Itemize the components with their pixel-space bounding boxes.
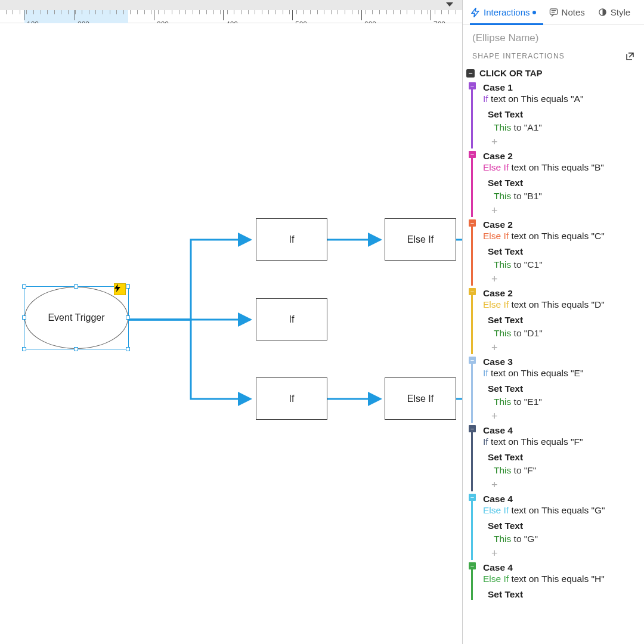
case-block[interactable]: −Case 2Else If text on This equals "C"Se… xyxy=(463,219,644,286)
shape-box-if-2[interactable]: If xyxy=(256,298,327,340)
case-action-detail[interactable]: This to "C1" xyxy=(479,259,636,270)
panel-collapse-triangle[interactable] xyxy=(446,2,453,7)
inspector-tabs: Interactions Notes Style xyxy=(463,0,644,25)
cases-list: −Case 1If text on This equals "A"Set Tex… xyxy=(463,82,644,600)
widget-name-input[interactable]: (Ellipse Name) xyxy=(463,25,644,50)
case-condition[interactable]: If text on This equals "A" xyxy=(479,94,636,104)
case-collapse-icon[interactable]: − xyxy=(469,425,476,432)
ruler-tick xyxy=(82,10,82,14)
ruler-tick xyxy=(448,10,449,14)
case-action[interactable]: Set Text xyxy=(479,383,636,394)
case-collapse-icon[interactable]: − xyxy=(469,494,476,501)
ruler-tick xyxy=(13,10,13,14)
ruler-tick-major xyxy=(223,10,224,20)
case-collapse-icon[interactable]: − xyxy=(469,288,476,295)
ruler-tick xyxy=(193,10,193,14)
ruler-tick xyxy=(6,10,7,14)
interactions-section-header: SHAPE INTERACTIONS xyxy=(463,50,644,66)
ruler-tick xyxy=(338,10,338,14)
case-block[interactable]: −Case 4Else If text on This equals "H"Se… xyxy=(463,562,644,600)
case-action-detail[interactable]: This to "E1" xyxy=(479,397,636,407)
case-block[interactable]: −Case 4If text on This equals "F"Set Tex… xyxy=(463,425,644,491)
add-action-button[interactable]: + xyxy=(479,205,636,217)
case-action[interactable]: Set Text xyxy=(479,452,636,463)
case-block[interactable]: −Case 4Else If text on This equals "G"Se… xyxy=(463,493,644,560)
case-collapse-icon[interactable]: − xyxy=(469,357,476,364)
tab-interactions[interactable]: Interactions xyxy=(471,0,536,24)
add-action-button[interactable]: + xyxy=(479,136,636,148)
case-action-detail[interactable]: This to "G" xyxy=(479,534,636,544)
note-icon xyxy=(549,8,558,17)
case-condition[interactable]: Else If text on This equals "H" xyxy=(479,574,636,584)
ruler-tick xyxy=(366,10,366,14)
ruler-horizontal[interactable]: 100200300400500600700 xyxy=(0,10,462,23)
interaction-badge-icon[interactable] xyxy=(114,283,126,295)
case-collapse-icon[interactable]: − xyxy=(469,219,476,227)
ruler-tick xyxy=(310,10,311,14)
case-block[interactable]: −Case 2Else If text on This equals "D"Se… xyxy=(463,287,644,354)
case-action[interactable]: Set Text xyxy=(479,246,636,257)
ruler-tick xyxy=(248,10,249,14)
case-action-detail[interactable]: This to "A1" xyxy=(479,122,636,133)
popout-icon[interactable] xyxy=(625,51,634,61)
case-condition[interactable]: If text on This equals "E" xyxy=(479,368,636,379)
case-color-bar xyxy=(471,83,473,148)
case-title: Case 2 xyxy=(479,219,636,230)
resize-handle-w[interactable] xyxy=(22,315,26,320)
shape-box-elseif-3[interactable]: Else If xyxy=(385,377,456,420)
shape-box-if-1[interactable]: If xyxy=(256,218,327,261)
case-condition[interactable]: Else If text on This equals "D" xyxy=(479,299,636,310)
add-action-button[interactable]: + xyxy=(479,479,636,491)
ruler-tick xyxy=(268,10,269,14)
case-action[interactable]: Set Text xyxy=(479,521,636,531)
collapse-icon[interactable]: − xyxy=(466,69,475,78)
shape-box-elseif-1[interactable]: Else If xyxy=(385,218,456,261)
case-action[interactable]: Set Text xyxy=(479,178,636,188)
shape-box-if-3[interactable]: If xyxy=(256,377,327,420)
tab-style[interactable]: Style xyxy=(598,0,630,24)
case-action-detail[interactable]: This to "D1" xyxy=(479,328,636,339)
case-action[interactable]: Set Text xyxy=(479,109,636,120)
case-action-detail[interactable]: This to "F" xyxy=(479,465,636,476)
case-condition[interactable]: Else If text on This equals "C" xyxy=(479,231,636,242)
ruler-tick xyxy=(289,10,290,14)
ruler-tick xyxy=(68,10,69,14)
ruler-tick xyxy=(110,10,110,14)
add-action-button[interactable]: + xyxy=(479,547,636,560)
case-title: Case 4 xyxy=(479,494,636,504)
case-condition[interactable]: Else If text on This equals "B" xyxy=(479,162,636,173)
inspector-panel: Interactions Notes Style (Ellipse Name) … xyxy=(462,0,644,644)
ruler-tick xyxy=(151,10,151,14)
ruler-tick xyxy=(428,10,428,14)
case-action-detail[interactable]: This to "B1" xyxy=(479,191,636,202)
resize-handle-s[interactable] xyxy=(74,347,78,351)
resize-handle-sw[interactable] xyxy=(22,347,26,351)
resize-handle-se[interactable] xyxy=(126,347,130,351)
ruler-tick xyxy=(158,10,159,14)
ruler-tick xyxy=(206,10,207,14)
case-block[interactable]: −Case 3If text on This equals "E"Set Tex… xyxy=(463,356,644,423)
ruler-tick xyxy=(47,10,48,14)
resize-handle-n[interactable] xyxy=(74,284,78,289)
case-block[interactable]: −Case 1If text on This equals "A"Set Tex… xyxy=(463,82,644,148)
case-collapse-icon[interactable]: − xyxy=(469,151,476,158)
case-action[interactable]: Set Text xyxy=(479,315,636,326)
case-condition[interactable]: If text on This equals "F" xyxy=(479,436,636,447)
resize-handle-ne[interactable] xyxy=(126,284,130,289)
canvas[interactable]: Event Trigger If Else If If If Else If xyxy=(0,23,462,644)
tab-label: Interactions xyxy=(484,7,530,17)
resize-handle-nw[interactable] xyxy=(22,284,26,289)
resize-handle-e[interactable] xyxy=(126,315,130,320)
case-action[interactable]: Set Text xyxy=(479,589,636,600)
add-action-button[interactable]: + xyxy=(479,273,636,286)
case-block[interactable]: −Case 2Else If text on This equals "B"Se… xyxy=(463,150,644,217)
add-action-button[interactable]: + xyxy=(479,410,636,423)
event-row[interactable]: − CLICK OR TAP xyxy=(463,66,644,82)
case-collapse-icon[interactable]: − xyxy=(469,562,476,569)
tab-notes[interactable]: Notes xyxy=(549,0,585,24)
case-collapse-icon[interactable]: − xyxy=(469,82,476,89)
shape-ellipse-event-trigger[interactable]: Event Trigger xyxy=(24,287,128,349)
case-condition[interactable]: Else If text on This equals "G" xyxy=(479,505,636,516)
add-action-button[interactable]: + xyxy=(479,342,636,354)
box-label: If xyxy=(289,314,295,325)
